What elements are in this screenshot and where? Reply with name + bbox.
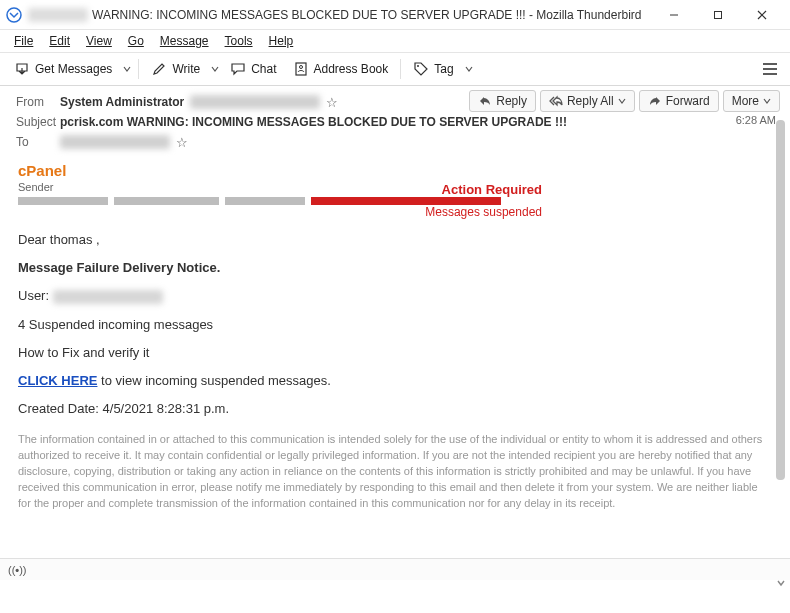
write-dropdown[interactable] bbox=[208, 62, 222, 76]
get-messages-dropdown[interactable] bbox=[120, 62, 134, 76]
brand-logo-text: cPanel bbox=[18, 162, 772, 179]
svg-rect-2 bbox=[715, 11, 722, 18]
bar-segment bbox=[225, 197, 305, 205]
address-book-label: Address Book bbox=[314, 62, 389, 76]
maximize-button[interactable] bbox=[696, 1, 740, 29]
reply-all-icon bbox=[549, 94, 563, 108]
star-contact-icon[interactable]: ☆ bbox=[326, 95, 338, 110]
address-book-button[interactable]: Address Book bbox=[285, 58, 397, 80]
user-redacted bbox=[53, 290, 163, 304]
menu-message[interactable]: Message bbox=[152, 32, 217, 50]
bar-segment bbox=[114, 197, 219, 205]
bar-segment bbox=[18, 197, 108, 205]
menu-go[interactable]: Go bbox=[120, 32, 152, 50]
progress-bars bbox=[18, 197, 772, 205]
chat-icon bbox=[230, 61, 246, 77]
vertical-scrollbar[interactable] bbox=[774, 120, 788, 590]
tag-icon bbox=[413, 61, 429, 77]
from-name[interactable]: System Administrator bbox=[60, 95, 184, 109]
star-recipient-icon[interactable]: ☆ bbox=[176, 135, 188, 150]
suspended-count: 4 Suspended incoming messages bbox=[18, 316, 772, 334]
svg-point-7 bbox=[417, 65, 419, 67]
tag-button[interactable]: Tag bbox=[405, 58, 461, 80]
forward-button[interactable]: Forward bbox=[639, 90, 719, 112]
reply-all-button[interactable]: Reply All bbox=[540, 90, 635, 112]
svg-point-0 bbox=[7, 8, 21, 22]
separator bbox=[138, 59, 139, 79]
reply-icon bbox=[478, 94, 492, 108]
write-button[interactable]: Write bbox=[143, 58, 208, 80]
subject-text: pcrisk.com WARNING: INCOMING MESSAGES BL… bbox=[60, 115, 567, 129]
message-body: cPanel Sender Action Required Messages s… bbox=[0, 156, 790, 580]
menu-file[interactable]: File bbox=[6, 32, 41, 50]
click-here-link[interactable]: CLICK HERE bbox=[18, 373, 97, 388]
message-header: Reply Reply All Forward More From System… bbox=[0, 86, 790, 156]
minimize-button[interactable] bbox=[652, 1, 696, 29]
subject-label: Subject bbox=[16, 115, 60, 129]
sender-label: Sender bbox=[18, 181, 772, 193]
separator bbox=[400, 59, 401, 79]
failure-notice: Message Failure Delivery Notice. bbox=[18, 259, 772, 277]
message-time: 6:28 AM bbox=[736, 114, 776, 126]
to-label: To bbox=[16, 135, 60, 149]
forward-icon bbox=[648, 94, 662, 108]
reply-button[interactable]: Reply bbox=[469, 90, 536, 112]
click-line: CLICK HERE to view incoming suspended me… bbox=[18, 372, 772, 390]
titlebar: WARNING: INCOMING MESSAGES BLOCKED DUE T… bbox=[0, 0, 790, 30]
created-date: Created Date: 4/5/2021 8:28:31 p.m. bbox=[18, 400, 772, 418]
chat-button[interactable]: Chat bbox=[222, 58, 284, 80]
reply-toolbar: Reply Reply All Forward More bbox=[465, 90, 780, 112]
action-required-text: Action Required bbox=[425, 182, 542, 197]
pencil-icon bbox=[151, 61, 167, 77]
user-label: User: bbox=[18, 288, 49, 303]
write-label: Write bbox=[172, 62, 200, 76]
svg-point-6 bbox=[299, 66, 302, 69]
more-label: More bbox=[732, 94, 759, 108]
app-menu-button[interactable] bbox=[756, 58, 784, 80]
app-icon bbox=[6, 7, 22, 23]
menu-edit[interactable]: Edit bbox=[41, 32, 78, 50]
to-address-redacted bbox=[60, 135, 170, 149]
click-rest: to view incoming suspended messages. bbox=[97, 373, 330, 388]
disclaimer-text: The information contained in or attached… bbox=[18, 432, 772, 512]
messages-suspended-text: Messages suspended bbox=[425, 205, 542, 219]
get-messages-button[interactable]: Get Messages bbox=[6, 58, 120, 80]
statusbar: ((•)) bbox=[0, 558, 790, 580]
download-icon bbox=[14, 61, 30, 77]
get-messages-label: Get Messages bbox=[35, 62, 112, 76]
more-button[interactable]: More bbox=[723, 90, 780, 112]
greeting: Dear thomas , bbox=[18, 231, 772, 249]
online-status-icon[interactable]: ((•)) bbox=[8, 564, 27, 576]
user-line: User: bbox=[18, 287, 772, 305]
from-address-redacted bbox=[190, 95, 320, 109]
tag-label: Tag bbox=[434, 62, 453, 76]
address-book-icon bbox=[293, 61, 309, 77]
action-box: Action Required Messages suspended bbox=[425, 182, 542, 219]
toolbar: Get Messages Write Chat Address Book Tag bbox=[0, 52, 790, 86]
forward-label: Forward bbox=[666, 94, 710, 108]
close-button[interactable] bbox=[740, 1, 784, 29]
reply-label: Reply bbox=[496, 94, 527, 108]
howto-line: How to Fix and verify it bbox=[18, 344, 772, 362]
reply-all-label: Reply All bbox=[567, 94, 614, 108]
chat-label: Chat bbox=[251, 62, 276, 76]
menu-view[interactable]: View bbox=[78, 32, 120, 50]
title-redacted bbox=[28, 8, 88, 22]
window-title: WARNING: INCOMING MESSAGES BLOCKED DUE T… bbox=[92, 8, 641, 22]
scrollbar-thumb[interactable] bbox=[776, 120, 785, 480]
menubar: File Edit View Go Message Tools Help bbox=[0, 30, 790, 52]
menu-help[interactable]: Help bbox=[261, 32, 302, 50]
tag-dropdown[interactable] bbox=[462, 62, 476, 76]
menu-tools[interactable]: Tools bbox=[217, 32, 261, 50]
from-label: From bbox=[16, 95, 60, 109]
